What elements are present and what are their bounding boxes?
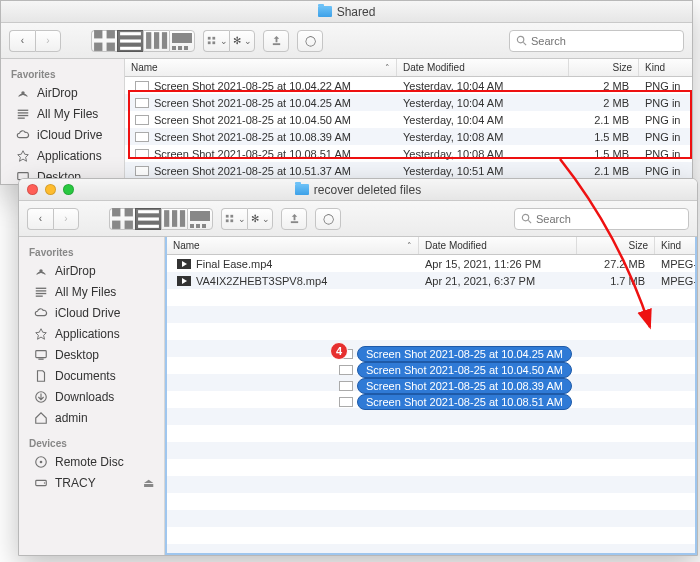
minimize-button[interactable] bbox=[45, 184, 56, 195]
folder-icon bbox=[295, 184, 309, 195]
empty-row bbox=[167, 391, 695, 408]
docs-icon bbox=[33, 369, 48, 383]
back-button[interactable]: ‹ bbox=[9, 30, 35, 52]
sidebar-item-applications[interactable]: Applications bbox=[19, 323, 164, 344]
sidebar-item-label: TRACY bbox=[55, 476, 96, 490]
zoom-button[interactable] bbox=[63, 184, 74, 195]
share-button[interactable] bbox=[281, 208, 307, 230]
sidebar-item-tracy[interactable]: TRACY⏏ bbox=[19, 472, 164, 493]
file-row[interactable]: Screen Shot 2021-08-25 at 10.04.25 AMYes… bbox=[125, 94, 692, 111]
tags-button[interactable]: ◯ bbox=[297, 30, 323, 52]
col-kind[interactable]: Kind bbox=[639, 59, 692, 76]
sidebar-item-label: Desktop bbox=[55, 348, 99, 362]
allfiles-icon bbox=[33, 285, 48, 299]
view-gallery-button[interactable] bbox=[169, 30, 195, 52]
search-input[interactable] bbox=[536, 213, 682, 225]
svg-rect-55 bbox=[38, 358, 43, 359]
file-row[interactable]: Final Ease.mp4Apr 15, 2021, 11:26 PM27.2… bbox=[167, 255, 695, 272]
action-button[interactable]: ✻ bbox=[247, 208, 273, 230]
col-size[interactable]: Size bbox=[569, 59, 639, 76]
view-icons-button[interactable] bbox=[109, 208, 135, 230]
sidebar: Favorites AirDropAll My FilesiCloud Driv… bbox=[1, 59, 125, 184]
file-row[interactable]: Screen Shot 2021-08-25 at 10.04.50 AMYes… bbox=[125, 111, 692, 128]
svg-point-58 bbox=[39, 460, 42, 463]
col-kind[interactable]: Kind bbox=[655, 237, 695, 254]
svg-rect-7 bbox=[146, 32, 151, 49]
sidebar-item-applications[interactable]: Applications bbox=[1, 145, 124, 166]
svg-rect-36 bbox=[172, 210, 177, 227]
view-columns-button[interactable] bbox=[161, 208, 187, 230]
col-date[interactable]: Date Modified bbox=[419, 237, 577, 254]
col-date[interactable]: Date Modified bbox=[397, 59, 569, 76]
gear-icon: ✻ bbox=[233, 35, 241, 46]
sidebar-item-all-my-files[interactable]: All My Files bbox=[1, 103, 124, 124]
action-button[interactable]: ✻ bbox=[229, 30, 255, 52]
empty-row bbox=[167, 374, 695, 391]
view-list-button[interactable] bbox=[117, 30, 143, 52]
file-date: Yesterday, 10:08 AM bbox=[397, 131, 569, 143]
back-button[interactable]: ‹ bbox=[27, 208, 53, 230]
file-thumb-icon bbox=[135, 149, 149, 159]
tags-button[interactable]: ◯ bbox=[315, 208, 341, 230]
sidebar-item-airdrop[interactable]: AirDrop bbox=[1, 82, 124, 103]
empty-row bbox=[167, 425, 695, 442]
svg-rect-46 bbox=[290, 221, 297, 223]
svg-rect-22 bbox=[17, 109, 28, 110]
file-kind: PNG in bbox=[639, 131, 692, 143]
svg-line-48 bbox=[528, 220, 531, 223]
file-size: 2.1 MB bbox=[569, 165, 639, 177]
window-title: Shared bbox=[337, 5, 376, 19]
file-row[interactable]: Screen Shot 2021-08-25 at 10.04.22 AMYes… bbox=[125, 77, 692, 94]
toolbar: ‹ › ✻ ◯ bbox=[1, 23, 692, 59]
search-field[interactable] bbox=[509, 30, 684, 52]
arrange-button[interactable] bbox=[221, 208, 247, 230]
sidebar-item-downloads[interactable]: Downloads bbox=[19, 386, 164, 407]
sidebar-item-label: Downloads bbox=[55, 390, 114, 404]
airdrop-icon bbox=[33, 264, 48, 278]
col-name[interactable]: Name bbox=[125, 59, 397, 76]
airdrop-icon bbox=[15, 86, 30, 100]
file-date: Apr 21, 2021, 6:37 PM bbox=[419, 275, 577, 287]
sidebar-item-label: AirDrop bbox=[55, 264, 96, 278]
file-row[interactable]: Screen Shot 2021-08-25 at 10.51.37 AMYes… bbox=[125, 162, 692, 179]
sidebar-item-remote-disc[interactable]: Remote Disc bbox=[19, 451, 164, 472]
allfiles-icon bbox=[15, 107, 30, 121]
sidebar-item-icloud-drive[interactable]: iCloud Drive bbox=[1, 124, 124, 145]
svg-rect-32 bbox=[138, 210, 159, 213]
sidebar-item-airdrop[interactable]: AirDrop bbox=[19, 260, 164, 281]
file-kind: PNG in bbox=[639, 97, 692, 109]
col-size[interactable]: Size bbox=[577, 237, 655, 254]
svg-rect-11 bbox=[172, 46, 176, 50]
svg-rect-29 bbox=[125, 208, 133, 216]
sidebar-item-all-my-files[interactable]: All My Files bbox=[19, 281, 164, 302]
arrange-button[interactable] bbox=[203, 30, 229, 52]
sidebar-item-desktop[interactable]: Desktop bbox=[19, 344, 164, 365]
svg-rect-13 bbox=[184, 46, 188, 50]
view-columns-button[interactable] bbox=[143, 30, 169, 52]
home-icon bbox=[33, 411, 48, 425]
svg-rect-5 bbox=[120, 39, 141, 42]
file-row[interactable]: Screen Shot 2021-08-25 at 10.08.51 AMYes… bbox=[125, 145, 692, 162]
sidebar-item-icloud-drive[interactable]: iCloud Drive bbox=[19, 302, 164, 323]
forward-button[interactable]: › bbox=[35, 30, 61, 52]
titlebar: recover deleted files bbox=[19, 179, 697, 201]
file-row[interactable]: Screen Shot 2021-08-25 at 10.08.39 AMYes… bbox=[125, 128, 692, 145]
search-field[interactable] bbox=[514, 208, 689, 230]
file-date: Apr 15, 2021, 11:26 PM bbox=[419, 258, 577, 270]
search-input[interactable] bbox=[531, 35, 677, 47]
view-icons-button[interactable] bbox=[91, 30, 117, 52]
col-name[interactable]: Name bbox=[167, 237, 419, 254]
sidebar-item-admin[interactable]: admin bbox=[19, 407, 164, 428]
share-button[interactable] bbox=[263, 30, 289, 52]
eject-icon[interactable]: ⏏ bbox=[143, 476, 154, 490]
search-icon bbox=[521, 213, 532, 224]
file-name: VA4IX2ZHEBT3SPV8.mp4 bbox=[196, 275, 327, 287]
svg-rect-6 bbox=[120, 47, 141, 50]
arrange-group: ✻ bbox=[203, 30, 255, 52]
forward-button[interactable]: › bbox=[53, 208, 79, 230]
view-gallery-button[interactable] bbox=[187, 208, 213, 230]
close-button[interactable] bbox=[27, 184, 38, 195]
file-row[interactable]: VA4IX2ZHEBT3SPV8.mp4Apr 21, 2021, 6:37 P… bbox=[167, 272, 695, 289]
view-list-button[interactable] bbox=[135, 208, 161, 230]
sidebar-item-documents[interactable]: Documents bbox=[19, 365, 164, 386]
